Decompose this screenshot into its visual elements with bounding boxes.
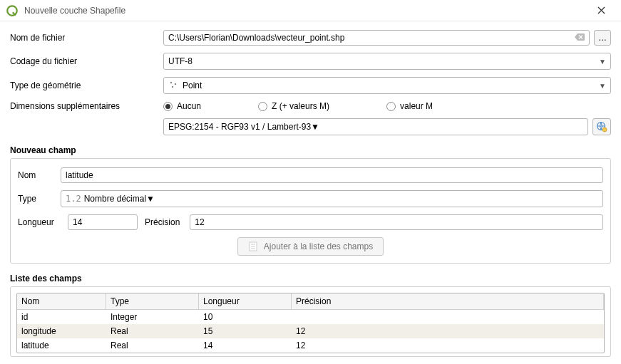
- dialog-content: Nom de fichier C:\Users\Florian\Download…: [0, 21, 621, 364]
- cell-name: longitude: [17, 324, 106, 338]
- geometry-select[interactable]: Point ▼: [163, 77, 611, 94]
- chevron-down-icon: ▼: [599, 58, 606, 66]
- add-field-button[interactable]: Ajouter à la liste des champs: [237, 237, 384, 256]
- fields-list-header: Liste des champs: [10, 274, 611, 284]
- field-type-value: Nombre décimal: [84, 194, 146, 204]
- table-row[interactable]: latitude Real 14 12: [17, 338, 604, 353]
- field-type-select[interactable]: 1.2 Nombre décimal ▼: [61, 190, 603, 207]
- table-row[interactable]: id Integer 10: [17, 310, 604, 324]
- radio-m-label: valeur M: [400, 101, 433, 111]
- titlebar: Nouvelle couche Shapefile: [0, 0, 621, 21]
- cell-precision: 12: [292, 324, 604, 338]
- cell-name: id: [17, 310, 106, 324]
- th-precision[interactable]: Précision: [292, 293, 604, 309]
- new-field-group: Nom Type 1.2 Nombre décimal ▼ Longueur P…: [10, 158, 611, 264]
- globe-icon: [596, 121, 607, 132]
- close-button[interactable]: [587, 5, 615, 16]
- qgis-logo-icon: [6, 4, 19, 17]
- dimensions-row: Dimensions supplémentaires Aucun Z (+ va…: [10, 101, 611, 111]
- cell-type: Real: [106, 324, 199, 338]
- precision-input[interactable]: [190, 214, 603, 230]
- filename-label: Nom de fichier: [10, 33, 163, 43]
- crs-select[interactable]: EPSG:2154 - RGF93 v1 / Lambert-93 ▼: [163, 118, 588, 135]
- ellipsis-icon: …: [598, 33, 607, 43]
- window-title: Nouvelle couche Shapefile: [24, 6, 587, 16]
- point-icon: [168, 80, 178, 92]
- cell-length: 10: [199, 310, 292, 324]
- browse-button[interactable]: …: [594, 30, 611, 46]
- radio-icon: [258, 102, 267, 111]
- decimal-type-icon: 1.2: [66, 194, 81, 204]
- length-label: Longueur: [18, 217, 58, 227]
- field-name-row: Nom: [18, 167, 603, 183]
- cell-length: 15: [199, 324, 292, 338]
- chevron-down-icon: ▼: [599, 82, 606, 90]
- precision-label: Précision: [145, 217, 180, 227]
- field-name-input[interactable]: [61, 167, 603, 183]
- filename-input[interactable]: C:\Users\Florian\Downloads\vecteur_point…: [163, 30, 590, 46]
- dimensions-radio-group: Aucun Z (+ valeurs M) valeur M: [163, 101, 611, 111]
- svg-point-3: [175, 83, 176, 84]
- svg-point-2: [170, 81, 172, 83]
- th-type[interactable]: Type: [106, 293, 199, 309]
- filename-row: Nom de fichier C:\Users\Florian\Download…: [10, 30, 611, 46]
- add-list-icon: [248, 241, 260, 252]
- radio-zm[interactable]: Z (+ valeurs M): [258, 101, 329, 111]
- length-precision-row: Longueur Précision: [18, 214, 603, 230]
- radio-m[interactable]: valeur M: [386, 101, 433, 111]
- dimensions-label: Dimensions supplémentaires: [10, 101, 163, 111]
- cell-type: Real: [106, 338, 199, 353]
- cell-precision: [292, 310, 604, 324]
- svg-point-4: [172, 85, 173, 87]
- cell-length: 14: [199, 338, 292, 353]
- encoding-label: Codage du fichier: [10, 56, 163, 66]
- cell-precision: 12: [292, 338, 604, 353]
- th-name[interactable]: Nom: [17, 293, 106, 309]
- cell-type: Integer: [106, 310, 199, 324]
- crs-value: EPSG:2154 - RGF93 v1 / Lambert-93: [168, 122, 311, 132]
- crs-picker-button[interactable]: [592, 118, 611, 135]
- svg-point-6: [602, 128, 607, 132]
- add-field-label: Ajouter à la liste des champs: [264, 241, 373, 251]
- encoding-select[interactable]: UTF-8 ▼: [163, 53, 611, 70]
- field-name-label: Nom: [18, 170, 61, 180]
- geometry-label: Type de géométrie: [10, 80, 163, 90]
- radio-icon: [163, 102, 173, 111]
- fields-list-group: Nom Type Longueur Précision id Integer 1…: [10, 286, 611, 357]
- radio-none[interactable]: Aucun: [163, 101, 201, 111]
- geometry-value: Point: [183, 80, 202, 90]
- close-icon: [597, 6, 605, 14]
- length-input[interactable]: [68, 214, 138, 230]
- filename-value: C:\Users\Florian\Downloads\vecteur_point…: [168, 33, 344, 43]
- field-type-row: Type 1.2 Nombre décimal ▼: [18, 190, 603, 207]
- clear-icon[interactable]: [575, 33, 585, 43]
- geometry-row: Type de géométrie Point ▼: [10, 77, 611, 94]
- cell-name: latitude: [17, 338, 106, 353]
- th-length[interactable]: Longueur: [199, 293, 292, 309]
- chevron-down-icon: ▼: [311, 122, 319, 132]
- encoding-value: UTF-8: [168, 56, 193, 66]
- chevron-down-icon: ▼: [146, 194, 155, 204]
- radio-none-label: Aucun: [177, 101, 201, 111]
- table-header: Nom Type Longueur Précision: [17, 293, 604, 310]
- crs-row: EPSG:2154 - RGF93 v1 / Lambert-93 ▼: [10, 118, 611, 135]
- radio-zm-label: Z (+ valeurs M): [272, 101, 329, 111]
- encoding-row: Codage du fichier UTF-8 ▼: [10, 53, 611, 70]
- table-row[interactable]: longitude Real 15 12: [17, 324, 604, 338]
- fields-table: Nom Type Longueur Précision id Integer 1…: [16, 293, 605, 353]
- new-field-header: Nouveau champ: [10, 145, 611, 155]
- radio-icon: [386, 102, 396, 111]
- field-type-label: Type: [18, 194, 61, 204]
